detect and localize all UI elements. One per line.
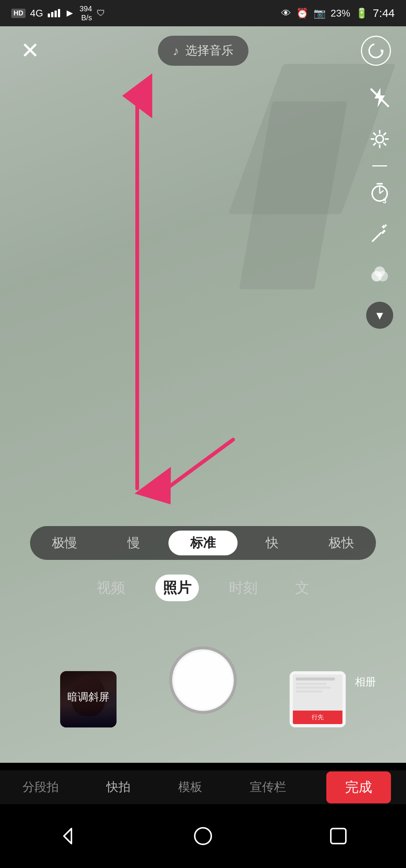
beauty-icon: ✦ ✦ [369,224,390,245]
nav-bar [0,804,406,868]
speed-very-slow[interactable]: 极慢 [30,531,99,555]
recent-button[interactable] [323,821,353,851]
shutter-button[interactable] [169,646,237,714]
settings-icon [369,129,390,150]
signal-bar-2 [51,12,53,17]
close-button[interactable]: ✕ [15,36,45,66]
svg-point-0 [369,44,383,57]
battery-percent: 23% [331,8,350,19]
svg-line-10 [383,143,386,145]
music-button[interactable]: ♪ 选择音乐 [158,36,248,66]
eye-icon: 👁 [281,8,291,19]
timer-icon: 3 [369,182,390,203]
filters-button[interactable] [365,260,395,290]
alarm-icon: ⏰ [296,8,308,19]
flash-button[interactable] [365,83,395,113]
mode-selector: 视频 照片 时刻 文 [0,575,406,601]
signal-bar-3 [55,11,57,17]
flip-icon [367,41,385,60]
top-bar: ✕ ♪ 选择音乐 [0,26,406,75]
vpn-icon: 🛡 [97,8,105,18]
camera-area: ✕ ♪ 选择音乐 [0,26,406,763]
signal-bar-4 [58,9,60,17]
speed-info: 394 B/s [79,4,92,22]
svg-point-4 [376,135,383,143]
back-icon [56,825,79,847]
music-label: 选择音乐 [185,42,233,59]
mode-video[interactable]: 视频 [89,575,133,601]
mode-photo[interactable]: 照片 [155,575,199,601]
svg-line-9 [373,133,376,135]
tab-promo[interactable]: 宣传栏 [242,775,294,799]
svg-line-11 [383,133,386,135]
camera-icon: 📷 [314,8,326,19]
home-button[interactable] [188,821,218,851]
speed-very-fast[interactable]: 极快 [307,531,376,555]
tab-segment[interactable]: 分段拍 [15,775,66,799]
more-button[interactable]: ▾ [366,302,393,329]
signal-bars [48,9,60,17]
speed-fast[interactable]: 快 [238,531,307,555]
flip-camera-button[interactable] [361,36,391,66]
right-sidebar: 3 ✦ ✦ ▾ [365,83,395,329]
svg-point-30 [195,828,211,844]
filters-icon [369,265,390,286]
home-icon [192,825,214,847]
tab-template[interactable]: 模板 [171,775,210,799]
done-button[interactable]: 完成 [326,771,391,803]
battery-icon: 🔋 [356,8,368,19]
speed-selector: 极慢 慢 标准 快 极快 [30,526,376,560]
bottom-bar: 分段拍 快拍 模板 宣传栏 完成 [0,770,406,804]
shutter-area: 暗调斜屏 [0,646,406,714]
album-thumbnail-container: 行先 相册 [355,671,376,689]
svg-line-12 [373,143,376,145]
sidebar-divider [372,165,387,166]
hd-badge: HD [11,9,26,18]
svg-point-24 [374,266,385,277]
signal-bar-1 [48,14,50,17]
mode-moment[interactable]: 时刻 [221,575,265,601]
wifi-icon: ► [65,7,75,19]
svg-marker-29 [64,829,71,844]
tab-quick[interactable]: 快拍 [99,775,138,799]
timer-button[interactable]: 3 [365,178,395,208]
close-icon: ✕ [21,39,39,62]
time-display: 7:44 [373,7,395,20]
beauty-button[interactable]: ✦ ✦ [365,219,395,249]
album-preview: 行先 [289,671,346,727]
status-left: HD 4G ► 394 B/s 🛡 [11,4,105,22]
gallery-label: 暗调斜屏 [60,690,117,704]
back-button[interactable] [53,821,83,851]
svg-text:✦: ✦ [383,224,388,228]
speed-normal[interactable]: 标准 [168,531,238,555]
recent-icon [327,825,350,847]
chevron-down-icon: ▾ [376,308,383,322]
settings-button[interactable] [365,124,395,154]
shutter-inner [174,651,232,709]
mode-text[interactable]: 文 [288,575,317,601]
svg-line-18 [372,233,381,242]
network-type: 4G [30,8,43,19]
music-note-icon: ♪ [173,44,179,58]
svg-text:3: 3 [383,197,386,203]
album-label: 相册 [355,675,376,689]
svg-rect-31 [331,829,346,844]
flash-off-icon [369,87,390,108]
speed-slow[interactable]: 慢 [99,531,168,555]
gallery-thumbnail-container: 暗调斜屏 [30,671,86,689]
album-content: 行先 [290,671,345,727]
album-thumbnail[interactable]: 行先 [289,671,346,727]
status-right: 👁 ⏰ 📷 23% 🔋 7:44 [281,7,395,20]
status-bar: HD 4G ► 394 B/s 🛡 👁 ⏰ 📷 23% 🔋 7:44 [0,0,406,26]
